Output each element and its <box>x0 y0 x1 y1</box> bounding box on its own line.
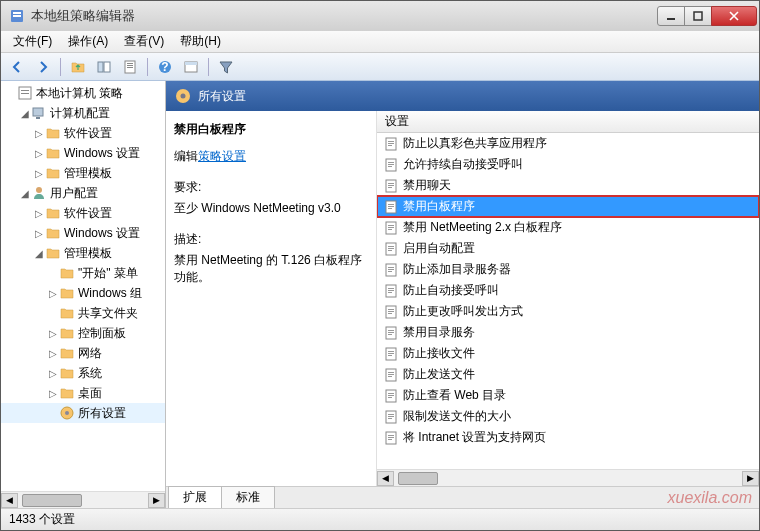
tree-software-settings-1[interactable]: ▷软件设置 <box>1 123 165 143</box>
tree-label: 计算机配置 <box>50 105 110 122</box>
list-item[interactable]: 防止自动接受呼叫 <box>377 280 759 301</box>
tree-root[interactable]: 本地计算机 策略 <box>1 83 165 103</box>
list-item[interactable]: 防止添加目录服务器 <box>377 259 759 280</box>
tree-label: 所有设置 <box>78 405 126 422</box>
svg-rect-72 <box>388 376 392 377</box>
svg-rect-35 <box>388 185 394 186</box>
list-horizontal-scrollbar[interactable]: ◀ ▶ <box>377 469 759 486</box>
list-item[interactable]: 防止发送文件 <box>377 364 759 385</box>
help-button[interactable]: ? <box>153 56 177 78</box>
scroll-left-button[interactable]: ◀ <box>1 493 18 508</box>
menu-file[interactable]: 文件(F) <box>5 31 60 52</box>
edit-policy-link[interactable]: 策略设置 <box>198 149 246 163</box>
list-item[interactable]: 防止更改呼叫发出方式 <box>377 301 759 322</box>
tree-user-config[interactable]: ◢用户配置 <box>1 183 165 203</box>
svg-rect-27 <box>388 143 394 144</box>
list-item[interactable]: 禁用聊天 <box>377 175 759 196</box>
tree-label: 管理模板 <box>64 165 112 182</box>
tree-label: 系统 <box>78 365 102 382</box>
menu-help[interactable]: 帮助(H) <box>172 31 229 52</box>
policy-icon <box>383 220 399 236</box>
column-header-setting[interactable]: 设置 <box>377 111 759 133</box>
list-item[interactable]: 将 Intranet 设置为支持网页 <box>377 427 759 448</box>
list-item-label: 防止查看 Web 目录 <box>403 387 506 404</box>
list-item[interactable]: 防止接收文件 <box>377 343 759 364</box>
filter-button[interactable] <box>214 56 238 78</box>
tree-computer-config[interactable]: ◢计算机配置 <box>1 103 165 123</box>
tree-control-panel[interactable]: ▷控制面板 <box>1 323 165 343</box>
tree-admin-templates-2[interactable]: ◢管理模板 <box>1 243 165 263</box>
policy-icon <box>383 409 399 425</box>
tab-standard[interactable]: 标准 <box>221 486 275 508</box>
scroll-thumb[interactable] <box>22 494 82 507</box>
svg-rect-30 <box>388 162 394 163</box>
svg-rect-19 <box>36 117 40 119</box>
minimize-button[interactable] <box>657 6 685 26</box>
properties-button[interactable] <box>118 56 142 78</box>
list-item[interactable]: 防止查看 Web 目录 <box>377 385 759 406</box>
tree-admin-templates-1[interactable]: ▷管理模板 <box>1 163 165 183</box>
view-tabs: 扩展 标准 <box>166 486 759 508</box>
svg-rect-2 <box>13 15 21 17</box>
tree-network[interactable]: ▷网络 <box>1 343 165 363</box>
list-item[interactable]: 允许持续自动接受呼叫 <box>377 154 759 175</box>
list-item-label: 防止接收文件 <box>403 345 475 362</box>
list-item[interactable]: 防止以真彩色共享应用程序 <box>377 133 759 154</box>
tree-software-settings-2[interactable]: ▷软件设置 <box>1 203 165 223</box>
svg-rect-26 <box>388 141 394 142</box>
tab-extended[interactable]: 扩展 <box>168 486 222 508</box>
list-item[interactable]: 启用自动配置 <box>377 238 759 259</box>
svg-rect-10 <box>127 67 133 68</box>
show-hide-tree-button[interactable] <box>92 56 116 78</box>
tree-start-menu[interactable]: "开始" 菜单 <box>1 263 165 283</box>
tree-shared-folders[interactable]: 共享文件夹 <box>1 303 165 323</box>
list-item-label: 禁用白板程序 <box>403 198 475 215</box>
svg-point-20 <box>36 187 42 193</box>
navigation-tree[interactable]: 本地计算机 策略 ◢计算机配置 ▷软件设置 ▷Windows 设置 ▷管理模板 … <box>1 81 165 491</box>
list-item[interactable]: 禁用 NetMeeting 2.x 白板程序 <box>377 217 759 238</box>
tree-horizontal-scrollbar[interactable]: ◀ ▶ <box>1 491 165 508</box>
titlebar: 本地组策略编辑器 <box>1 1 759 31</box>
scroll-left-button[interactable]: ◀ <box>377 471 394 486</box>
list-item[interactable]: 禁用白板程序 <box>377 196 759 217</box>
menubar: 文件(F) 操作(A) 查看(V) 帮助(H) <box>1 31 759 53</box>
back-button[interactable] <box>5 56 29 78</box>
svg-rect-6 <box>104 62 110 72</box>
scroll-track[interactable] <box>394 471 742 486</box>
export-button[interactable] <box>179 56 203 78</box>
svg-rect-82 <box>388 435 394 436</box>
toolbar-separator <box>208 58 209 76</box>
scroll-thumb[interactable] <box>398 472 438 485</box>
list-item[interactable]: 禁用目录服务 <box>377 322 759 343</box>
scroll-right-button[interactable]: ▶ <box>148 493 165 508</box>
svg-rect-47 <box>388 248 394 249</box>
menu-view[interactable]: 查看(V) <box>116 31 172 52</box>
tree-system[interactable]: ▷系统 <box>1 363 165 383</box>
policy-icon <box>383 262 399 278</box>
settings-list[interactable]: 防止以真彩色共享应用程序允许持续自动接受呼叫禁用聊天禁用白板程序禁用 NetMe… <box>377 133 759 469</box>
tree-desktop[interactable]: ▷桌面 <box>1 383 165 403</box>
svg-rect-67 <box>388 353 394 354</box>
tree-label: 软件设置 <box>64 205 112 222</box>
tree-all-settings[interactable]: 所有设置 <box>1 403 165 423</box>
list-item[interactable]: 限制发送文件的大小 <box>377 406 759 427</box>
svg-rect-55 <box>388 290 394 291</box>
tree-windows-components[interactable]: ▷Windows 组 <box>1 283 165 303</box>
close-button[interactable] <box>711 6 757 26</box>
svg-rect-63 <box>388 332 394 333</box>
tree-windows-settings-2[interactable]: ▷Windows 设置 <box>1 223 165 243</box>
svg-rect-48 <box>388 250 392 251</box>
tree-label: Windows 设置 <box>64 145 140 162</box>
maximize-button[interactable] <box>684 6 712 26</box>
scroll-track[interactable] <box>18 493 148 508</box>
svg-rect-42 <box>388 225 394 226</box>
forward-button[interactable] <box>31 56 55 78</box>
toolbar-separator <box>147 58 148 76</box>
menu-action[interactable]: 操作(A) <box>60 31 116 52</box>
policy-icon <box>383 157 399 173</box>
scroll-right-button[interactable]: ▶ <box>742 471 759 486</box>
up-button[interactable] <box>66 56 90 78</box>
svg-rect-8 <box>127 63 133 64</box>
tree-windows-settings-1[interactable]: ▷Windows 设置 <box>1 143 165 163</box>
list-item-label: 防止发送文件 <box>403 366 475 383</box>
